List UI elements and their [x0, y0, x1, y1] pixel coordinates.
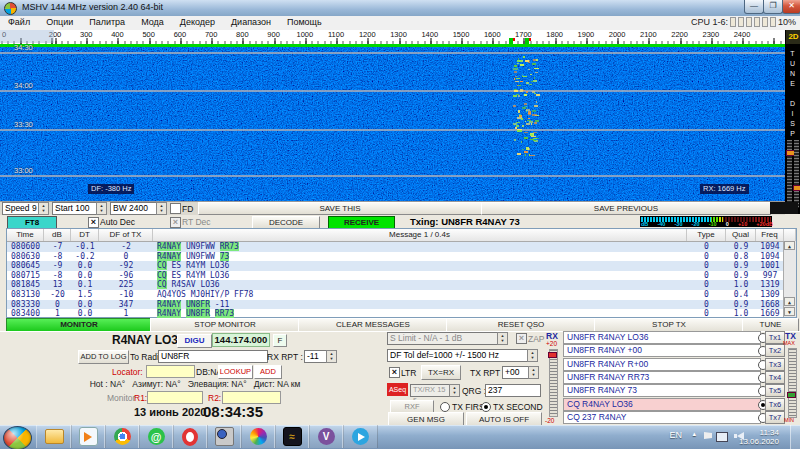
table-header-df-of-tx[interactable]: DF of TX	[99, 229, 153, 241]
tx-first-radio[interactable]	[440, 402, 450, 412]
start-button[interactable]	[3, 426, 32, 449]
table-row[interactable]: 080630-8-0.20R4NAY UN9FWW 7300.81094	[7, 252, 796, 262]
s-limit-field[interactable]: S Limit - N/A - 1 dB	[387, 332, 501, 345]
auto-dec-checkbox[interactable]: ×	[88, 217, 99, 228]
table-header-db[interactable]: dB	[44, 229, 71, 241]
bw-spinner[interactable]: ▲▼	[156, 202, 167, 215]
tx4-button[interactable]: Tx4	[765, 371, 785, 384]
close-button[interactable]: ✕	[782, 0, 800, 14]
table-header-freq[interactable]: Freq	[756, 229, 784, 241]
tx7-button[interactable]: Tx7	[765, 411, 785, 424]
zap-checkbox[interactable]: ×	[516, 333, 527, 344]
tray-clock[interactable]: 11:34 13.06.2020	[739, 428, 779, 446]
radio-mode-button[interactable]: DIGU	[177, 334, 212, 348]
table-header-type[interactable]: Type	[687, 229, 726, 241]
rx-gain-handle[interactable]	[548, 352, 557, 358]
tx5-button[interactable]: Tx5	[765, 384, 785, 397]
tx-message-field-6[interactable]: CQ R4NAY LO36	[563, 398, 761, 411]
tx-message-field-3[interactable]: UN8FR R4NAY R+00	[563, 358, 761, 371]
bw-field[interactable]: BW 2400 Hz	[110, 202, 160, 215]
tx-second-radio[interactable]	[481, 402, 491, 412]
viber-taskbar-button[interactable]: V	[308, 425, 344, 448]
start-spinner[interactable]: ▲▼	[96, 202, 107, 215]
tx-eq-rx-button[interactable]: TX=RX	[421, 365, 461, 380]
scroll-down-icon[interactable]: ▼	[784, 307, 795, 316]
tx-power-handle[interactable]	[787, 392, 796, 398]
network-icon[interactable]	[716, 432, 728, 442]
ltr-checkbox[interactable]: ×	[389, 367, 400, 378]
tx-message-field-5[interactable]: UN8FR R4NAY 73	[563, 384, 761, 397]
minimize-button[interactable]: —	[744, 0, 764, 14]
txrx-period-spinner[interactable]: ▲▼	[449, 384, 460, 397]
menu-4[interactable]: Мода	[133, 16, 172, 30]
qrg-input[interactable]: 237	[485, 384, 541, 397]
frequency-scale[interactable]: 0200300400500600700800900100011001200130…	[0, 30, 785, 45]
save-previous-button[interactable]: SAVE PREVIOUS	[481, 202, 771, 215]
hidden-icons-arrow[interactable]: ▴	[692, 430, 696, 438]
rx-rpt-spinner[interactable]: ▲▼	[326, 350, 337, 363]
menu-3[interactable]: Палитра	[81, 16, 133, 30]
chrome-taskbar-button[interactable]	[104, 425, 140, 448]
speed-field[interactable]: Speed 9	[2, 202, 42, 215]
mshv-taskbar-button[interactable]	[240, 425, 276, 448]
tx-message-field-1[interactable]: UN8FR R4NAY LO36	[563, 331, 761, 344]
show-desktop-button[interactable]	[790, 425, 800, 449]
tx-message-field-7[interactable]: CQ 237 R4NAY	[563, 411, 761, 424]
speed-spinner[interactable]: ▲▼	[38, 202, 49, 215]
language-indicator[interactable]: EN	[669, 430, 682, 440]
menu-7[interactable]: Помощь	[279, 16, 330, 30]
table-row[interactable]: 080645-90.0-92CQ ES R4YM LO3600.91001	[7, 261, 796, 271]
disp-slider-handle[interactable]	[793, 185, 800, 191]
title-bar[interactable]: MSHV 144 MHz version 2.40 64-bit — ❐ ✕	[0, 0, 800, 17]
menu-2[interactable]: Опции	[38, 16, 81, 30]
action-center-flag-icon[interactable]	[704, 432, 712, 439]
menu-5[interactable]: Декодер	[172, 16, 223, 30]
scroll-up-icon[interactable]: ▲	[784, 297, 795, 306]
table-header-time[interactable]: Time	[7, 229, 44, 241]
locator-input[interactable]	[146, 365, 195, 378]
maximize-button[interactable]: ❐	[763, 0, 783, 14]
tx6-button[interactable]: Tx6	[765, 398, 785, 411]
frequency-f-button[interactable]: F	[273, 334, 287, 347]
df-tol-spinner[interactable]: ▲▼	[527, 349, 538, 362]
monitor-r1-input[interactable]	[147, 391, 203, 404]
menu-6[interactable]: Диапазон	[223, 16, 279, 30]
disp-slider[interactable]	[794, 140, 799, 208]
mailru-agent-taskbar-button[interactable]: @	[138, 425, 174, 448]
table-row[interactable]: 080600-7-0.1-2R4NAY UN9FWW RR7300.91094	[7, 242, 796, 252]
waterfall-display[interactable]: 34:3034:0033:3033:00 DF: -380 Hz RX: 166…	[0, 44, 785, 201]
media-player-taskbar-button[interactable]	[70, 425, 106, 448]
rx-gain-slider[interactable]	[549, 349, 558, 417]
table-header-dt[interactable]: DT	[71, 229, 99, 241]
to-radio-input[interactable]: UN8FR	[158, 350, 268, 363]
tx-message-field-2[interactable]: UN8FR R4NAY +00	[563, 344, 761, 357]
table-row[interactable]: 08333000.0347R4NAY UN8FR -1100.91668	[7, 300, 796, 310]
tx-message-field-4[interactable]: UN8FR R4NAY RR73	[563, 371, 761, 384]
table-header-message-1-0-4s[interactable]: Message 1 / 0.4s	[153, 229, 687, 241]
table-row[interactable]: 080715-80.0-96CQ ES R4YM LO3600.9997	[7, 271, 796, 281]
tx3-button[interactable]: Tx3	[765, 358, 785, 371]
telegram-taskbar-button[interactable]	[342, 425, 378, 448]
winamp-taskbar-button[interactable]	[206, 425, 242, 448]
table-row[interactable]: 081845130.1225CQ R4SAV LO3601.01319	[7, 280, 796, 290]
save-this-button[interactable]: SAVE THIS	[198, 202, 482, 215]
scroll-up-icon[interactable]: ▲	[784, 241, 795, 250]
tune-disp-strip[interactable]: TUNEDISP	[785, 44, 800, 214]
decode-table[interactable]: TimedBDTDF of TXMessage 1 / 0.4sTypeQual…	[6, 228, 797, 318]
rt-dec-checkbox[interactable]: ×	[170, 217, 181, 228]
fd-checkbox[interactable]: ×	[170, 203, 181, 214]
tx2-button[interactable]: Tx2	[765, 344, 785, 357]
table-header-qual[interactable]: Qual	[726, 229, 756, 241]
dark-app-taskbar-button[interactable]: ≈	[274, 425, 310, 448]
txrx-period-field[interactable]: TX/RX 15 s	[410, 384, 453, 397]
menu-1[interactable]: Файл	[0, 16, 38, 30]
explorer-taskbar-button[interactable]	[36, 425, 72, 448]
s-limit-spinner[interactable]: ▲▼	[497, 332, 508, 345]
opera-taskbar-button[interactable]	[172, 425, 208, 448]
add-button[interactable]: ADD	[254, 365, 282, 379]
table-scrollbar[interactable]: ▲ ▲ ▼	[783, 241, 796, 317]
tx1-button[interactable]: Tx1	[765, 331, 785, 344]
add-to-log-button[interactable]: ADD TO LOG	[78, 350, 129, 364]
lookup-button[interactable]: LOOKUP	[218, 365, 253, 379]
df-tol-field[interactable]: DF Tol def=1000 +/- 1500 Hz	[387, 349, 531, 362]
